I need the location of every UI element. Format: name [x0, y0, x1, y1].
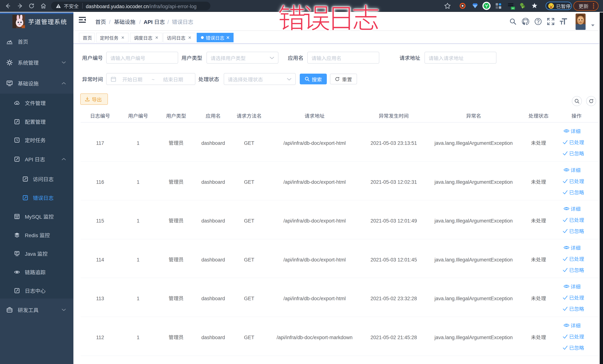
svg-text:on: on [512, 7, 514, 9]
